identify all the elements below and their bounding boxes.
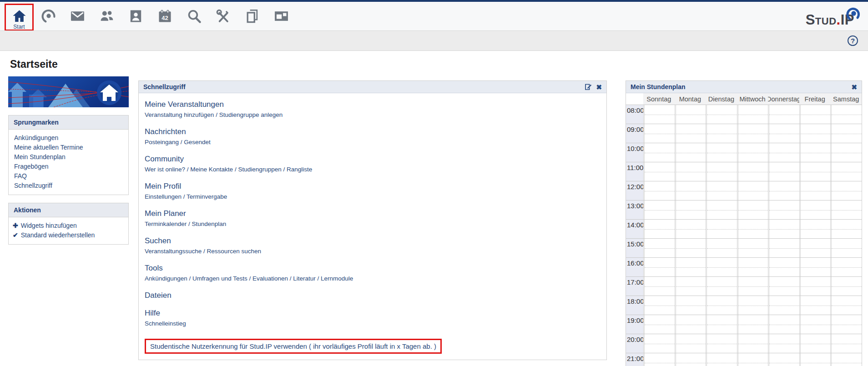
timetable-title: Mein Stundenplan	[631, 83, 851, 90]
timetable-cell	[830, 296, 862, 315]
timetable-cell	[830, 277, 862, 296]
quick-link[interactable]: Evaluationen	[252, 275, 288, 282]
nav-item-bulletin-board[interactable]	[267, 4, 296, 31]
quick-link[interactable]: Rangliste	[287, 166, 312, 173]
quick-link[interactable]: Posteingang	[145, 139, 179, 145]
nav-item-messages[interactable]	[63, 4, 92, 31]
timetable-row: 19:00	[626, 315, 862, 334]
quick-link[interactable]: Literatur	[293, 275, 316, 282]
quick-link[interactable]: Studiengruppe anlegen	[219, 111, 283, 118]
quick-link[interactable]: Umfragen und Tests	[192, 275, 247, 282]
section-links: Veranstaltungssuche / Ressourcen suchen	[145, 248, 601, 255]
time-label: 20:00	[626, 334, 643, 353]
timetable-cell	[799, 162, 831, 181]
timetable-cell	[737, 315, 768, 334]
timetable-cell	[799, 353, 831, 366]
timetable-row: 15:00	[626, 238, 862, 257]
quick-link[interactable]: Lernmodule	[321, 275, 353, 282]
timetable-cell	[643, 143, 675, 162]
jump-link[interactable]: Schnellzugriff	[9, 181, 128, 191]
nav-item-community[interactable]	[92, 4, 121, 31]
nav-item-search[interactable]	[179, 4, 208, 31]
timetable-cell	[768, 334, 799, 353]
files-icon	[245, 9, 260, 24]
search-icon	[187, 9, 202, 24]
close-widget-icon[interactable]: ✖	[596, 84, 602, 90]
timetable-cell	[799, 239, 831, 257]
studip-logo[interactable]: Stud.IP	[806, 13, 854, 27]
section-title-link[interactable]: Nachrichten	[145, 127, 186, 136]
quick-link[interactable]: Ankündigungen	[145, 275, 187, 282]
time-label: 16:00	[626, 258, 643, 276]
action-link[interactable]: ✚Widgets hinzufügen	[9, 221, 128, 231]
timetable-cell	[830, 162, 862, 181]
jump-marks-list: AnkündigungenMeine aktuellen TermineMein…	[9, 130, 128, 195]
logo-swirl-icon	[845, 5, 862, 22]
timetable-cell	[706, 201, 737, 219]
nav-item-whats-new[interactable]	[34, 4, 63, 31]
timetable-cell	[706, 277, 737, 296]
timetable-cell	[768, 143, 799, 162]
timetable-cell	[799, 181, 831, 200]
close-widget-icon[interactable]: ✖	[851, 84, 857, 90]
timetable-cell	[675, 162, 706, 181]
section-title-link[interactable]: Suchen	[145, 236, 171, 246]
sidebar: Sprungmarken AnkündigungenMeine aktuelle…	[8, 76, 129, 245]
help-button[interactable]: ?	[848, 35, 858, 46]
quick-link[interactable]: Meine Kontakte	[190, 166, 233, 173]
timetable-cell	[768, 162, 799, 181]
whats-new-icon	[41, 9, 56, 24]
time-label: 13:00	[626, 201, 643, 219]
sidebar-banner-image	[8, 76, 129, 107]
quick-link[interactable]: Veranstaltungssuche	[145, 248, 202, 255]
section-title-link[interactable]: Hilfe	[145, 309, 160, 318]
timetable-cell	[737, 334, 768, 353]
quick-link[interactable]: Veranstaltung hinzufügen	[145, 111, 214, 118]
jump-link[interactable]: Ankündigungen	[9, 133, 128, 143]
section-title-link[interactable]: Mein Planer	[145, 209, 186, 218]
section-title-link[interactable]: Meine Veranstaltungen	[145, 100, 224, 109]
edit-widget-icon[interactable]	[585, 83, 592, 90]
timetable-row: 16:00	[626, 257, 862, 276]
quick-link[interactable]: Terminkalender	[145, 221, 187, 227]
jump-link[interactable]: Fragebögen	[9, 162, 128, 171]
timetable-cell	[643, 220, 675, 238]
time-label: 15:00	[626, 239, 643, 257]
timetable-cell	[706, 124, 737, 143]
section-title-link[interactable]: Dateien	[145, 291, 172, 300]
timetable-cell	[737, 220, 768, 238]
timetable-cell	[706, 105, 737, 124]
day-header: Mittwoch	[737, 93, 768, 105]
quick-link[interactable]: Ressourcen suchen	[207, 248, 261, 255]
student-account-notice-link[interactable]: Studentische Nutzerkennung für Stud.IP v…	[145, 339, 442, 354]
quick-link[interactable]: Stundenplan	[192, 221, 227, 227]
section-title-link[interactable]: Mein Profil	[145, 182, 181, 191]
jump-link[interactable]: Mein Stundenplan	[9, 152, 128, 162]
action-link[interactable]: ✔Standard wiederherstellen	[9, 231, 128, 240]
timetable-day-header-row: SonntagMontagDienstagMittwochDonnerstagF…	[626, 93, 862, 105]
timetable-cell	[799, 296, 831, 315]
quick-link[interactable]: Gesendet	[184, 139, 211, 145]
jump-link[interactable]: FAQ	[9, 171, 128, 181]
quick-access-section: ToolsAnkündigungen / Umfragen und Tests …	[145, 264, 601, 282]
quick-link[interactable]: Einstellungen	[145, 193, 182, 200]
quick-link[interactable]: Wer ist online?	[145, 166, 185, 173]
section-links: Schnelleinstieg	[145, 320, 601, 327]
nav-item-files[interactable]	[237, 4, 267, 31]
jump-link[interactable]: Meine aktuellen Termine	[9, 143, 128, 152]
time-label: 21:00	[626, 353, 643, 366]
nav-item-planner[interactable]: 42	[150, 4, 179, 31]
timetable-cell	[799, 277, 831, 296]
nav-item-profile[interactable]	[121, 4, 150, 31]
section-title-link[interactable]: Tools	[145, 264, 163, 273]
timetable-cell	[737, 258, 768, 276]
section-title-link[interactable]: Community	[145, 155, 184, 164]
timetable-cell	[675, 334, 706, 353]
quick-link[interactable]: Studiengruppen	[238, 166, 281, 173]
nav-item-start[interactable]: Start	[5, 4, 34, 31]
day-header: Donnerstag	[768, 93, 799, 105]
quick-link[interactable]: Terminvergabe	[187, 193, 227, 200]
quick-link[interactable]: Schnelleinstieg	[145, 320, 186, 327]
nav-item-tools[interactable]	[208, 4, 237, 31]
timetable-cell	[799, 220, 831, 238]
